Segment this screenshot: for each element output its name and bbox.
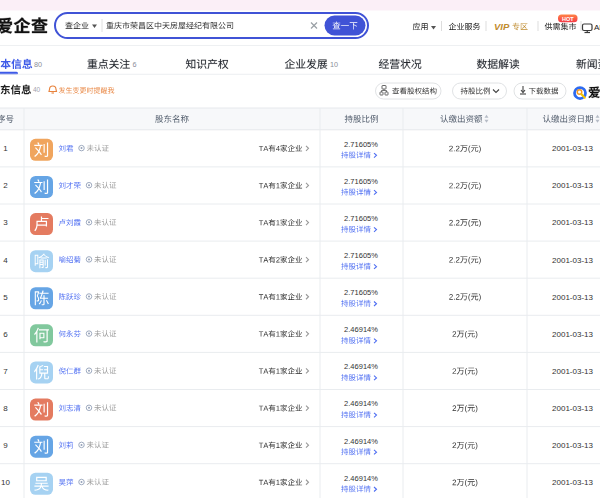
svg-text:2.71605%: 2.71605% [344, 288, 378, 297]
svg-text:2001-03-13: 2001-03-13 [552, 478, 593, 487]
svg-text:2001-03-13: 2001-03-13 [552, 367, 593, 376]
svg-text:2.46914%: 2.46914% [344, 362, 378, 371]
svg-text:2.71605%: 2.71605% [344, 251, 378, 260]
svg-text:2.71605%: 2.71605% [344, 140, 378, 149]
svg-text:8: 8 [3, 404, 8, 413]
svg-text:2.71605%: 2.71605% [344, 214, 378, 223]
svg-text:10: 10 [330, 60, 338, 69]
svg-text:2001-03-13: 2001-03-13 [552, 293, 593, 302]
svg-text:HOT: HOT [562, 16, 574, 22]
svg-text:2.46914%: 2.46914% [344, 399, 378, 408]
svg-text:80: 80 [34, 60, 42, 69]
svg-text:2001-03-13: 2001-03-13 [552, 330, 593, 339]
svg-text:2001-03-13: 2001-03-13 [552, 256, 593, 265]
svg-text:9: 9 [3, 441, 8, 450]
svg-text:2: 2 [3, 181, 8, 190]
svg-text:10: 10 [1, 478, 10, 487]
svg-text:6: 6 [3, 330, 8, 339]
svg-text:2.71605%: 2.71605% [344, 177, 378, 186]
svg-text:6: 6 [133, 60, 137, 69]
svg-text:5: 5 [3, 293, 8, 302]
svg-text:2001-03-13: 2001-03-13 [552, 218, 593, 227]
svg-text:2001-03-13: 2001-03-13 [552, 441, 593, 450]
svg-text:1: 1 [3, 144, 8, 153]
svg-text:40: 40 [33, 86, 41, 93]
svg-text:AP: AP [594, 23, 600, 32]
svg-text:2.46914%: 2.46914% [344, 474, 378, 483]
svg-text:2001-03-13: 2001-03-13 [552, 404, 593, 413]
svg-text:VIP: VIP [494, 21, 510, 32]
svg-text:2.46914%: 2.46914% [344, 437, 378, 446]
svg-text:2001-03-13: 2001-03-13 [552, 144, 593, 153]
svg-text:4: 4 [3, 256, 8, 265]
svg-text:3: 3 [3, 218, 8, 227]
svg-text:2001-03-13: 2001-03-13 [552, 181, 593, 190]
svg-text:7: 7 [3, 367, 8, 376]
svg-text:2.46914%: 2.46914% [344, 325, 378, 334]
